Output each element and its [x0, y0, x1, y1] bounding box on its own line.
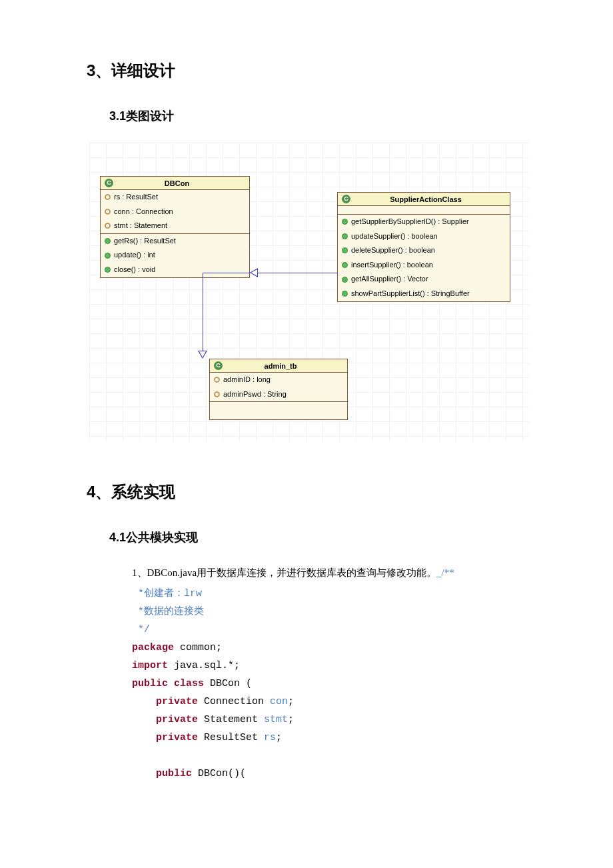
generalization-arrow-icon — [250, 268, 258, 277]
section-3-heading: 3、详细设计 — [87, 60, 526, 81]
uml-diagram: C DBCon rs : ResultSet conn : Connection… — [89, 143, 529, 441]
subsection-3-1-heading: 3.1类图设计 — [109, 108, 526, 124]
uml-attr: adminID : long — [223, 374, 271, 386]
uml-admin-title: admin_tb — [218, 362, 343, 370]
visibility-icon — [105, 253, 111, 259]
paragraph: 1、DBCon.java用于数据库连接，并进行数据库表的查询与修改功能。_/** — [132, 564, 526, 582]
visibility-icon — [214, 391, 220, 397]
generalization-arrow-icon — [198, 351, 207, 359]
code-block: *创建者：lrw *数据的连接类 */ package common; impo… — [132, 585, 526, 783]
uml-supplier-title: SupplierActionClass — [346, 195, 506, 203]
uml-op: insertSupplier() : boolean — [351, 259, 433, 271]
visibility-icon — [105, 267, 111, 273]
uml-op: getSupplierBySupplierID() : Supplier — [351, 216, 469, 228]
uml-op: getRs() : ResultSet — [114, 235, 176, 247]
uml-op: close() : void — [114, 264, 155, 276]
uml-op: update() : int — [114, 249, 155, 261]
visibility-icon — [105, 238, 111, 244]
uml-attr: stmt : Statement — [114, 220, 167, 232]
uml-class-dbcon: C DBCon rs : ResultSet conn : Connection… — [100, 176, 250, 278]
visibility-icon — [105, 209, 111, 215]
uml-class-admin: C admin_tb adminID : long adminPswd : St… — [209, 359, 348, 420]
connector-line — [257, 273, 337, 273]
visibility-icon — [105, 223, 111, 229]
visibility-icon — [342, 233, 348, 239]
visibility-icon — [342, 247, 348, 253]
section-4-heading: 4、系统实现 — [87, 481, 526, 503]
visibility-icon — [342, 277, 348, 283]
uml-attr: rs : ResultSet — [114, 191, 158, 203]
uml-op: getAllSupplier() : Vector — [351, 273, 428, 285]
uml-op: showPartSupplierList() : StringBuffer — [351, 288, 470, 300]
visibility-icon — [214, 377, 220, 383]
connector-line — [203, 273, 251, 273]
subsection-4-1-heading: 4.1公共模块实现 — [109, 529, 526, 545]
visibility-icon — [105, 194, 111, 200]
visibility-icon — [342, 219, 348, 225]
uml-attr: adminPswd : String — [223, 389, 287, 401]
visibility-icon — [342, 291, 348, 297]
uml-attr: conn : Connection — [114, 206, 173, 218]
uml-class-supplier: C SupplierActionClass getSupplierBySuppl… — [337, 192, 510, 302]
visibility-icon — [342, 262, 348, 268]
uml-dbcon-title: DBCon — [109, 179, 245, 187]
uml-op: deleteSupplier() : boolean — [351, 245, 435, 257]
uml-op: updateSupplier() : boolean — [351, 231, 438, 243]
connector-line — [203, 273, 203, 351]
